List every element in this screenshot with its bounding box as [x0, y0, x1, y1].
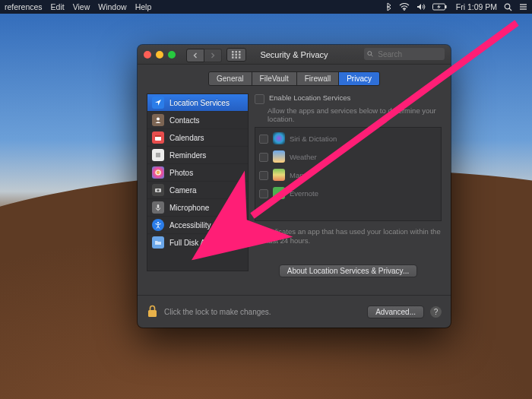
sidebar-item-reminders[interactable]: Reminders: [147, 146, 248, 163]
location-indicator-icon: [255, 227, 262, 246]
enable-location-checkbox[interactable]: [255, 94, 264, 104]
svg-point-0: [404, 9, 405, 11]
spotlight-icon[interactable]: [504, 3, 512, 11]
app-row-maps[interactable]: Maps: [255, 166, 441, 184]
ph-icon: [152, 166, 164, 179]
lock-text: Click the lock to make changes.: [164, 308, 271, 316]
help-button[interactable]: ?: [430, 306, 442, 318]
svg-point-17: [368, 52, 372, 55]
window-footer: Click the lock to make changes. Advanced…: [138, 295, 451, 328]
show-all-button[interactable]: [226, 48, 246, 62]
mic-icon: [152, 201, 164, 214]
sidebar-item-label: Accessibility: [169, 221, 211, 230]
tab-firewall[interactable]: Firewall: [296, 72, 338, 85]
notification-center-icon[interactable]: [519, 3, 527, 11]
svg-rect-21: [155, 135, 161, 137]
sidebar-item-microphone[interactable]: Microphone: [147, 198, 248, 216]
svg-point-31: [157, 222, 159, 223]
svg-rect-11: [232, 53, 234, 55]
svg-rect-32: [148, 310, 157, 317]
forward-button[interactable]: [204, 49, 222, 62]
menubar-item-view[interactable]: View: [73, 0, 90, 14]
svg-rect-9: [236, 51, 238, 53]
svg-rect-28: [157, 204, 159, 208]
app-row-weather[interactable]: Weather: [255, 147, 441, 166]
svg-rect-8: [232, 51, 234, 53]
minimize-button[interactable]: [156, 51, 163, 59]
maps-icon: [273, 169, 285, 181]
lock-icon[interactable]: [147, 304, 158, 319]
sidebar-item-accessibility[interactable]: Accessibility: [147, 216, 248, 233]
rem-icon: [152, 149, 164, 161]
sidebar-item-label: Contacts: [169, 116, 199, 125]
app-checkbox[interactable]: [259, 153, 268, 162]
ct-icon: [152, 114, 164, 126]
tabbar: GeneralFileVaultFirewallPrivacy: [208, 71, 380, 86]
privacy-sidebar: Location ServicesContactsCalendarsRemind…: [147, 93, 249, 271]
svg-rect-14: [232, 56, 234, 59]
sidebar-item-label: Camera: [169, 186, 197, 195]
weather-icon: [273, 150, 285, 163]
svg-point-25: [156, 170, 160, 175]
svg-rect-13: [239, 53, 241, 55]
acc-icon: [152, 219, 164, 231]
menubar-app-name[interactable]: references: [5, 0, 43, 14]
battery-charging-icon[interactable]: [432, 3, 449, 11]
svg-rect-2: [445, 5, 447, 8]
app-label: Evernote: [290, 189, 318, 198]
sidebar-item-label: Full Disk Access: [169, 239, 225, 247]
sidebar-item-full-disk-access[interactable]: Full Disk Access: [147, 233, 248, 251]
svg-point-27: [157, 189, 160, 192]
volume-icon[interactable]: [416, 3, 426, 11]
sidebar-item-contacts[interactable]: Contacts: [147, 111, 248, 128]
sidebar-item-location-services[interactable]: Location Services: [147, 94, 248, 111]
zoom-button[interactable]: [168, 51, 176, 59]
menubar-clock[interactable]: Fri 1:09 PM: [456, 0, 497, 14]
wifi-icon[interactable]: [399, 3, 410, 11]
search-icon: [367, 50, 373, 58]
menubar-item-help[interactable]: Help: [135, 0, 152, 14]
app-row-siri-dictation[interactable]: Siri & Dictation: [255, 129, 441, 147]
tab-general[interactable]: General: [209, 72, 252, 85]
security-privacy-window: Security & Privacy GeneralFileVaultFirew…: [138, 45, 451, 328]
app-label: Siri & Dictation: [290, 135, 337, 143]
ev-icon: [273, 187, 285, 199]
location-app-list[interactable]: Siri & DictationWeatherMapsEvernote: [255, 127, 442, 221]
menubar-item-window[interactable]: Window: [98, 0, 126, 14]
tab-privacy[interactable]: Privacy: [338, 72, 379, 85]
svg-line-18: [371, 55, 372, 56]
location-subtitle: Allow the apps and services below to det…: [268, 106, 442, 123]
about-location-button[interactable]: About Location Services & Privacy...: [279, 264, 417, 277]
sidebar-item-camera[interactable]: Camera: [147, 181, 248, 198]
svg-point-3: [505, 4, 510, 9]
advanced-button[interactable]: Advanced...: [367, 306, 424, 318]
sidebar-item-label: Reminders: [169, 151, 206, 160]
app-checkbox[interactable]: [259, 135, 268, 144]
enable-location-label: Enable Location Services: [269, 93, 350, 102]
menubar-item-edit[interactable]: Edit: [51, 0, 65, 14]
back-button[interactable]: [186, 49, 204, 62]
menubar: references Edit View Window Help Fri 1:0…: [0, 0, 532, 14]
svg-rect-15: [236, 56, 238, 59]
cal-icon: [152, 131, 164, 144]
app-checkbox[interactable]: [259, 189, 268, 198]
tab-filevault[interactable]: FileVault: [252, 72, 296, 85]
privacy-content: Enable Location Services Allow the apps …: [255, 93, 442, 277]
app-row-evernote[interactable]: Evernote: [255, 184, 441, 202]
titlebar: Security & Privacy: [138, 45, 451, 65]
sidebar-item-calendars[interactable]: Calendars: [147, 128, 248, 146]
svg-point-19: [157, 118, 160, 121]
close-button[interactable]: [144, 51, 151, 59]
svg-line-4: [509, 8, 511, 11]
app-label: Weather: [290, 153, 317, 161]
sidebar-item-label: Microphone: [169, 204, 209, 212]
app-checkbox[interactable]: [259, 171, 268, 180]
siri-icon: [273, 132, 285, 144]
search-field[interactable]: [364, 48, 445, 60]
location-indicator-hint: Indicates an app that has used your loca…: [267, 227, 442, 246]
search-input[interactable]: [376, 49, 442, 59]
bluetooth-icon[interactable]: [386, 2, 392, 11]
svg-rect-12: [236, 53, 238, 55]
sidebar-item-photos[interactable]: Photos: [147, 163, 248, 181]
sidebar-item-label: Calendars: [169, 134, 204, 142]
